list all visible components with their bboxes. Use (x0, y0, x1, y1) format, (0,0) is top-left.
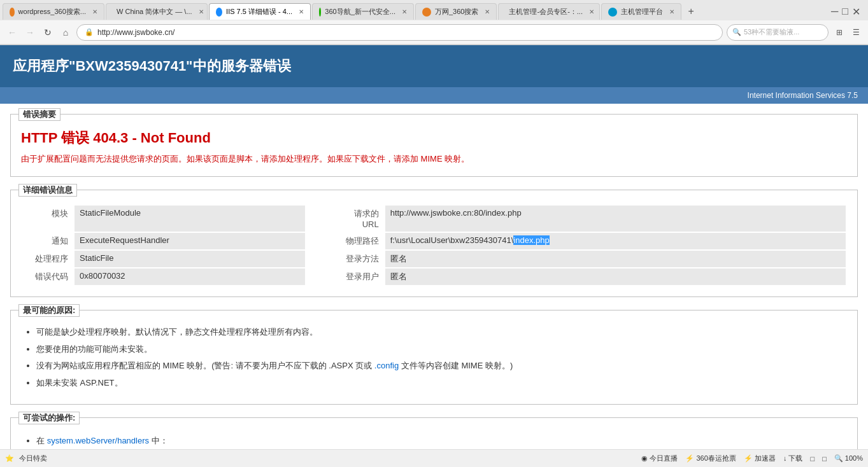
status-download: ↓ 下载 (783, 454, 803, 463)
value-error-code: 0x80070032 (75, 268, 305, 285)
status-left: ⭐ 今日特卖 (5, 454, 47, 463)
label-handler: 处理程序 (22, 251, 73, 267)
tab-close-hostmgr[interactable]: ✕ (669, 8, 674, 15)
tab-label-wordpress: wordpress_360搜索... (18, 7, 86, 17)
extensions-button[interactable]: ⊞ (832, 25, 846, 39)
lock-icon: 🔒 (85, 28, 94, 36)
address-text: http://www.jswboke.cn/ (97, 28, 715, 37)
tab-label-hostadmin: 主机管理-会员专区-：... (509, 7, 583, 17)
label-request-url: 请求的 URL (333, 206, 384, 232)
detail-row-4: 错误代码 0x80070032 登录用户 匿名 (22, 268, 846, 285)
error-summary-section: 错误摘要 HTTP 错误 404.3 - Not Found 由于扩展配置问题而… (10, 114, 858, 177)
value-notification: ExecuteRequestHandler (75, 233, 305, 249)
cause-item-3: 没有为网站或应用程序配置相应的 MIME 映射。(警告: 请不要为用户不应下载的… (36, 359, 847, 373)
tab-close-iis[interactable]: ✕ (299, 8, 304, 15)
status-right: ◉ 今日直播 ⚡ 360春运抢票 ⚡ 加速器 ↓ 下载 □ □ 🔍 100% (641, 454, 863, 463)
tab-close-hostadmin[interactable]: ✕ (589, 8, 594, 15)
tab-label-hostmgr: 主机管理平台 (621, 7, 663, 17)
tab-close-wanwang[interactable]: ✕ (485, 8, 490, 15)
try-section-title: 可尝试的操作: (18, 412, 80, 424)
search-bar[interactable]: 🔍 53种不需要输液... (727, 24, 829, 41)
status-offer-text: 今日特卖 (19, 454, 47, 463)
label-module: 模块 (22, 206, 73, 232)
tab-favicon-hostmgr (608, 8, 617, 17)
status-bar: ⭐ 今日特卖 ◉ 今日直播 ⚡ 360春运抢票 ⚡ 加速器 ↓ 下载 □ □ 🔍… (0, 449, 868, 467)
causes-title: 最可能的原因: (18, 304, 80, 317)
tab-favicon-wanwang (422, 8, 431, 17)
menu-button[interactable]: ☰ (849, 25, 863, 39)
status-extra1: □ (810, 455, 815, 463)
tab-label-360: 360导航_新一代安全... (325, 7, 395, 17)
iis-brand-text: Internet Information Services 7.5 (748, 91, 858, 100)
cause-item-2: 您要使用的功能可能尚未安装。 (36, 343, 847, 356)
search-icon: 🔍 (732, 28, 741, 36)
tab-bar: wordpress_360搜索... ✕ W China 简体中文 — \...… (0, 0, 868, 20)
detail-row-1: 模块 StaticFileModule 请求的 URL http://www.j… (22, 206, 846, 232)
tab-china[interactable]: W China 简体中文 — \... ✕ (106, 3, 208, 20)
address-bar[interactable]: 🔒 http://www.jswboke.cn/ (76, 24, 723, 41)
detail-row-3: 处理程序 StaticFile 登录方法 匿名 (22, 251, 846, 267)
tab-close-china[interactable]: ✕ (199, 8, 204, 15)
tab-wanwang[interactable]: 万网_360搜索 ✕ (415, 3, 497, 20)
status-special-offer: ⭐ (5, 454, 14, 463)
page-title: 应用程序"BXW2359430741"中的服务器错误 (13, 58, 291, 74)
browser-chrome: wordpress_360搜索... ✕ W China 简体中文 — \...… (0, 0, 868, 45)
detail-table: 模块 StaticFileModule 请求的 URL http://www.j… (21, 204, 847, 286)
error-summary-title: 错误摘要 (18, 108, 60, 121)
value-login-method: 匿名 (385, 251, 846, 267)
causes-list: 可能是缺少处理程序映射。默认情况下，静态文件处理程序将处理所有内容。 您要使用的… (21, 326, 847, 390)
value-handler: StaticFile (75, 251, 305, 267)
causes-section: 最可能的原因: 可能是缺少处理程序映射。默认情况下，静态文件处理程序将处理所有内… (10, 310, 858, 405)
label-error-code: 错误代码 (22, 268, 73, 285)
status-live: ◉ 今日直播 (641, 454, 678, 463)
physical-path-pre: f:\usr\LocalUser\bxw2359430741\ (390, 235, 514, 245)
config-link: .config (374, 361, 399, 370)
tab-favicon-360 (319, 8, 321, 17)
forward-button[interactable]: → (23, 25, 37, 39)
status-tickets: ⚡ 360春运抢票 (685, 454, 736, 463)
cause-item-1: 可能是缺少处理程序映射。默认情况下，静态文件处理程序将处理所有内容。 (36, 326, 847, 339)
status-zoom: 🔍 100% (834, 454, 863, 463)
status-accelerator: ⚡ 加速器 (744, 454, 776, 463)
cause-item-4: 如果未安装 ASP.NET。 (36, 377, 847, 390)
tab-hostmgr[interactable]: 主机管理平台 ✕ (601, 3, 681, 20)
tab-label-china: W China 简体中文 — \... (117, 7, 192, 17)
page-body: 错误摘要 HTTP 错误 404.3 - Not Found 由于扩展配置问题而… (0, 104, 868, 467)
page-header: 应用程序"BXW2359430741"中的服务器错误 (0, 45, 868, 87)
value-login-user: 匿名 (385, 268, 846, 285)
close-button[interactable]: ✕ (852, 6, 860, 18)
iis-brand-bar: Internet Information Services 7.5 (0, 87, 868, 104)
label-notification: 通知 (22, 233, 73, 249)
tab-close-360[interactable]: ✕ (402, 8, 407, 15)
home-button[interactable]: ⌂ (59, 25, 73, 39)
minimize-button[interactable]: ─ (831, 6, 838, 17)
maximize-button[interactable]: □ (842, 6, 848, 17)
value-physical-path: f:\usr\LocalUser\bxw2359430741\index.php (385, 233, 846, 249)
detail-info-title: 详细错误信息 (18, 184, 77, 197)
tab-iis[interactable]: IIS 7.5 详细错误 - 4... ✕ (209, 3, 311, 20)
label-physical-path: 物理路径 (333, 233, 384, 249)
nav-bar: ← → ↻ ⌂ 🔒 http://www.jswboke.cn/ 🔍 53种不需… (0, 20, 868, 45)
search-placeholder: 53种不需要输液... (744, 27, 799, 37)
error-code: HTTP 错误 404.3 - Not Found (21, 129, 847, 148)
status-extra2: □ (822, 455, 827, 463)
detail-info-section: 详细错误信息 模块 StaticFileModule 请求的 URL http:… (10, 190, 858, 297)
tab-label-iis: IIS 7.5 详细错误 - 4... (226, 7, 292, 17)
detail-row-2: 通知 ExecuteRequestHandler 物理路径 f:\usr\Loc… (22, 233, 846, 249)
physical-path-highlight: index.php (513, 235, 549, 245)
tab-favicon-wordpress (10, 8, 15, 17)
new-tab-button[interactable]: + (683, 6, 699, 17)
label-login-method: 登录方法 (333, 251, 384, 267)
refresh-button[interactable]: ↻ (41, 25, 55, 39)
tab-360[interactable]: 360导航_新一代安全... ✕ (312, 3, 414, 20)
value-module: StaticFileModule (75, 206, 305, 232)
tab-wordpress[interactable]: wordpress_360搜索... ✕ (3, 3, 104, 20)
tab-label-wanwang: 万网_360搜索 (435, 7, 478, 17)
tab-favicon-iis (216, 8, 222, 17)
tab-hostadmin[interactable]: 主机管理-会员专区-：... ✕ (498, 3, 600, 20)
value-request-url: http://www.jswboke.cn:80/index.php (385, 206, 846, 232)
tab-close-wordpress[interactable]: ✕ (92, 8, 97, 15)
label-login-user: 登录用户 (333, 268, 384, 285)
handlers-link: system.webServer/handlers (47, 436, 149, 445)
back-button[interactable]: ← (5, 25, 19, 39)
